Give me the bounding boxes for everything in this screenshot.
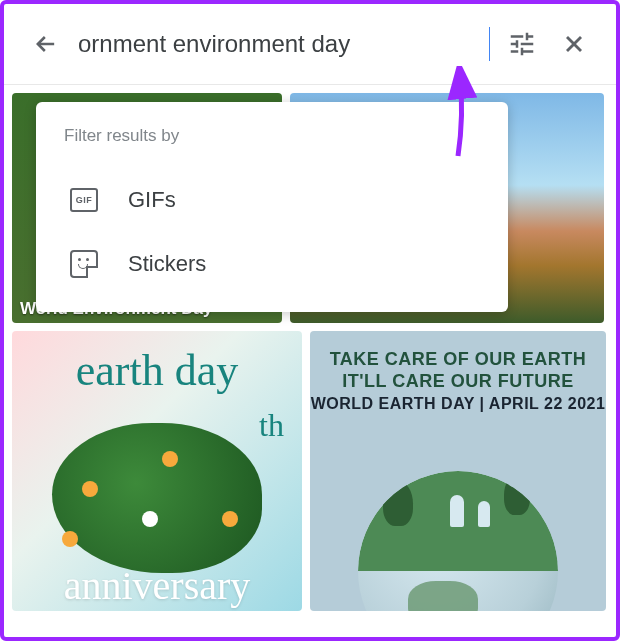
poster-bush-graphic xyxy=(52,423,262,573)
tune-icon xyxy=(507,29,537,59)
arrow-left-icon xyxy=(32,30,60,58)
close-icon xyxy=(560,30,588,58)
result-tile[interactable]: TAKE CARE OF OUR EARTH IT'LL CARE OUR FU… xyxy=(310,331,606,611)
filter-option-stickers[interactable]: Stickers xyxy=(64,232,480,296)
search-bar: ornment environment day xyxy=(4,4,616,85)
poster-th: th xyxy=(259,407,284,444)
filter-option-label: Stickers xyxy=(128,251,206,277)
back-button[interactable] xyxy=(24,22,68,66)
gif-icon: GIF xyxy=(68,184,100,216)
sticker-icon xyxy=(68,248,100,280)
search-input[interactable]: ornment environment day xyxy=(76,26,492,62)
dropdown-heading: Filter results by xyxy=(64,126,480,146)
clear-button[interactable] xyxy=(552,22,596,66)
poster-subtitle: anniversary xyxy=(12,562,302,609)
filter-option-label: GIFs xyxy=(128,187,176,213)
globe-graphic xyxy=(358,471,558,611)
poster-line: WORLD EARTH DAY | APRIL 22 2021 xyxy=(310,395,606,413)
app-frame: ornment environment day World Environmen… xyxy=(0,0,620,641)
filter-tune-button[interactable] xyxy=(500,22,544,66)
poster-line: IT'LL CARE OUR FUTURE xyxy=(310,371,606,392)
search-input-wrap[interactable]: ornment environment day xyxy=(76,26,492,62)
text-cursor xyxy=(489,27,490,61)
result-tile[interactable]: earth day th anniversary xyxy=(12,331,302,611)
poster-line: TAKE CARE OF OUR EARTH xyxy=(310,349,606,370)
poster-title: earth day xyxy=(12,345,302,396)
filter-dropdown: Filter results by GIF GIFs Stickers xyxy=(36,102,508,312)
filter-option-gifs[interactable]: GIF GIFs xyxy=(64,168,480,232)
